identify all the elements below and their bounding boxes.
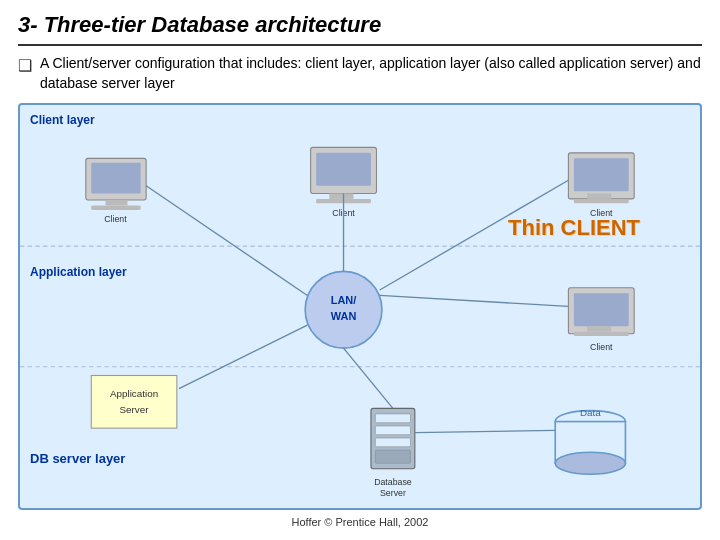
svg-rect-43	[574, 332, 629, 336]
diagram-svg: Client Client Client LAN/ WAN Applicati	[20, 105, 700, 508]
svg-text:Client: Client	[590, 342, 613, 352]
svg-rect-29	[375, 414, 410, 423]
svg-rect-23	[91, 376, 177, 429]
svg-text:Database: Database	[374, 477, 412, 487]
bullet-section: ❑ A Client/server configuration that inc…	[18, 54, 702, 93]
footer: Hoffer © Prentice Hall, 2002	[18, 514, 702, 528]
title-section: 3- Three-tier Database architecture	[18, 12, 702, 46]
svg-rect-30	[375, 426, 410, 435]
svg-line-27	[344, 348, 393, 408]
svg-rect-4	[106, 200, 128, 205]
db-layer-label: DB server layer	[30, 451, 125, 466]
svg-text:LAN/: LAN/	[331, 294, 357, 306]
svg-line-20	[146, 186, 307, 296]
thin-client-text: Thin CLIENT	[508, 215, 640, 241]
svg-text:WAN: WAN	[331, 310, 357, 322]
svg-rect-9	[329, 194, 353, 199]
svg-rect-8	[316, 153, 371, 186]
svg-rect-5	[91, 206, 140, 210]
client-layer-label: Client layer	[30, 113, 95, 127]
svg-line-39	[415, 431, 555, 433]
bullet-text: A Client/server configuration that inclu…	[40, 54, 702, 93]
svg-text:Application: Application	[110, 389, 158, 400]
svg-text:Server: Server	[380, 488, 406, 498]
svg-text:Server: Server	[120, 404, 150, 415]
svg-rect-41	[574, 293, 629, 326]
svg-rect-14	[587, 194, 611, 199]
svg-rect-13	[574, 159, 629, 192]
svg-text:Client: Client	[104, 214, 127, 224]
svg-line-45	[380, 296, 569, 307]
application-layer-label: Application layer	[30, 265, 127, 279]
diagram-area: Client Client Client LAN/ WAN Applicati	[18, 103, 702, 510]
svg-rect-31	[375, 438, 410, 447]
page: 3- Three-tier Database architecture ❑ A …	[0, 0, 720, 540]
svg-rect-32	[375, 450, 410, 463]
svg-rect-3	[91, 163, 140, 194]
svg-text:Data: Data	[580, 407, 601, 418]
svg-line-26	[179, 325, 307, 389]
bullet-icon: ❑	[18, 55, 32, 77]
svg-rect-15	[574, 199, 629, 203]
svg-point-37	[555, 452, 625, 474]
page-title: 3- Three-tier Database architecture	[18, 12, 381, 37]
svg-rect-42	[587, 326, 611, 331]
